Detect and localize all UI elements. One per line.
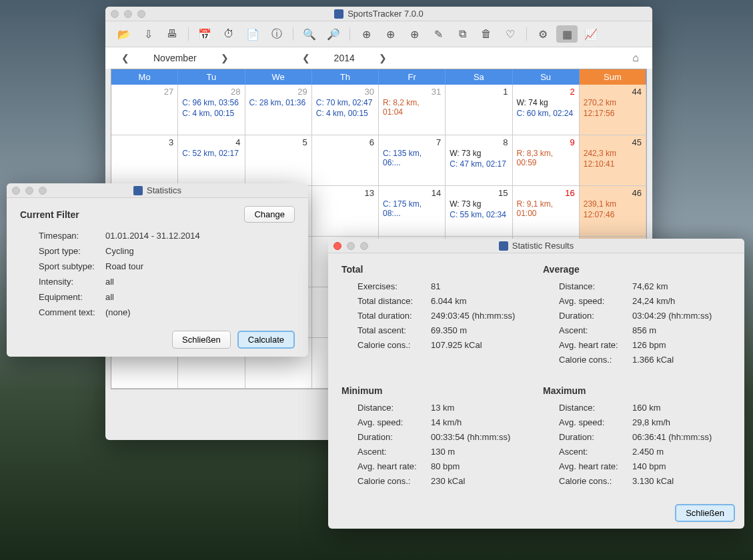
- section-title: Total: [341, 264, 530, 275]
- result-row: Ascent:2.450 m: [559, 447, 731, 457]
- stopwatch-icon[interactable]: ⏱: [218, 25, 239, 43]
- calendar-cell[interactable]: 31R: 8,2 km, 01:04: [379, 85, 446, 135]
- calendar-cell[interactable]: 28C: 96 km, 03:56C: 4 km, 00:15: [178, 85, 245, 135]
- window-controls[interactable]: [12, 187, 47, 195]
- info-icon[interactable]: ⓘ: [266, 25, 287, 43]
- calendar-cell[interactable]: 15W: 73 kgC: 55 km, 02:34: [446, 186, 512, 237]
- stats-titlebar[interactable]: Statistics: [7, 183, 308, 198]
- zoom-icon[interactable]: [137, 10, 145, 18]
- heart-icon[interactable]: ♡: [500, 25, 521, 43]
- calendar-cell[interactable]: 5: [245, 135, 312, 186]
- copy-icon[interactable]: ⧉: [452, 25, 473, 43]
- next-month-icon[interactable]: ❯: [221, 53, 229, 63]
- exercise-entry[interactable]: C: 52 km, 02:17: [182, 149, 240, 158]
- print-icon[interactable]: 🖶: [161, 25, 183, 43]
- save-icon[interactable]: ⇩: [137, 25, 159, 43]
- window-controls[interactable]: [333, 242, 368, 250]
- exercise-entry[interactable]: W: 73 kg: [450, 149, 508, 158]
- result-row: Exercises:81: [357, 281, 530, 291]
- result-value: 29,8 km/h: [632, 417, 670, 427]
- exercise-entry[interactable]: W: 74 kg: [517, 98, 575, 107]
- month-nav: ❮ November ❯: [121, 53, 229, 63]
- window-controls[interactable]: [111, 10, 145, 18]
- result-row: Calorie cons.:1.366 kCal: [559, 355, 731, 365]
- close-icon[interactable]: [12, 187, 20, 195]
- calendar-cell[interactable]: 9R: 8,3 km, 00:59: [513, 135, 580, 186]
- exercise-entry[interactable]: C: 47 km, 02:17: [450, 159, 508, 169]
- calendar-cell[interactable]: 8W: 73 kgC: 47 km, 02:17: [446, 135, 512, 186]
- exercise-entry[interactable]: C: 70 km, 02:47: [316, 98, 374, 107]
- filter-rows: Timespan:01.01.2014 - 31.12.2014Sport ty…: [20, 231, 295, 317]
- prev-year-icon[interactable]: ❮: [302, 53, 310, 63]
- separator: [526, 27, 527, 41]
- prev-month-icon[interactable]: ❮: [121, 53, 129, 63]
- exercise-entry[interactable]: C: 135 km, 06:...: [383, 149, 441, 167]
- calculate-button[interactable]: Calculate: [237, 331, 295, 349]
- result-label: Duration:: [559, 432, 632, 442]
- zoom-out-icon[interactable]: 🔎: [323, 25, 344, 43]
- exercise-entry[interactable]: C: 96 km, 03:56: [182, 98, 240, 107]
- calendar-cell[interactable]: 27: [111, 85, 178, 135]
- separator: [293, 27, 293, 41]
- zoom-icon[interactable]: [360, 242, 368, 250]
- delete-icon[interactable]: 🗑: [476, 25, 497, 43]
- section-title: Average: [543, 264, 731, 275]
- zoom-icon[interactable]: [39, 187, 47, 195]
- open-icon[interactable]: 📂: [113, 25, 135, 43]
- exercise-entry[interactable]: R: 8,3 km, 00:59: [517, 149, 575, 167]
- gear-icon[interactable]: ⚙: [532, 25, 554, 43]
- exercise-entry[interactable]: C: 175 km, 08:...: [383, 199, 441, 218]
- filter-value: all: [105, 277, 114, 287]
- exercise-entry[interactable]: W: 73 kg: [450, 199, 508, 209]
- add-exercise-icon[interactable]: ⊕: [355, 25, 377, 43]
- home-icon[interactable]: ⌂: [632, 52, 639, 64]
- exercise-entry[interactable]: C: 55 km, 02:34: [450, 210, 508, 219]
- minimize-icon[interactable]: [124, 10, 132, 18]
- results-titlebar[interactable]: Statistic Results: [328, 239, 744, 253]
- calendar-cell[interactable]: 13: [312, 186, 379, 237]
- change-button[interactable]: Change: [244, 206, 295, 223]
- date-label: 8: [450, 137, 508, 147]
- chart-view-icon[interactable]: 📈: [580, 25, 602, 43]
- calendar-icon[interactable]: 📅: [194, 25, 215, 43]
- week-number: 44: [584, 87, 642, 97]
- date-label: 15: [450, 188, 508, 198]
- result-label: Ascent:: [357, 447, 431, 457]
- minimize-icon[interactable]: [25, 187, 33, 195]
- exercise-entry[interactable]: R: 9,1 km, 01:00: [517, 199, 575, 218]
- zoom-in-icon[interactable]: 🔍: [299, 25, 320, 43]
- close-button[interactable]: Schließen: [172, 331, 231, 349]
- exercise-entry[interactable]: R: 8,2 km, 01:04: [383, 98, 441, 117]
- calendar-cell[interactable]: 1: [446, 85, 512, 135]
- minimize-icon[interactable]: [347, 242, 355, 250]
- close-icon[interactable]: [111, 10, 119, 18]
- calendar-view-icon[interactable]: ▦: [556, 25, 578, 43]
- close-icon[interactable]: [333, 242, 341, 250]
- calendar-cell[interactable]: 6: [312, 135, 379, 186]
- add-note-icon[interactable]: ⊕: [380, 25, 401, 43]
- next-year-icon[interactable]: ❯: [379, 53, 387, 63]
- exercise-entry[interactable]: C: 28 km, 01:36: [249, 98, 307, 107]
- main-titlebar[interactable]: SportsTracker 7.0.0: [105, 7, 652, 21]
- result-value: 249:03:45 (hh:mm:ss): [431, 311, 515, 321]
- sum-value: 270,2 km: [584, 98, 642, 107]
- calendar-cell[interactable]: 14C: 175 km, 08:...: [379, 186, 446, 237]
- calendar-cell[interactable]: 3: [111, 135, 178, 186]
- calendar-cell[interactable]: 29C: 28 km, 01:36: [245, 85, 312, 135]
- exercise-entry[interactable]: C: 4 km, 00:15: [182, 109, 240, 118]
- edit-icon[interactable]: ✎: [428, 25, 449, 43]
- calendar-cell[interactable]: 30C: 70 km, 02:47C: 4 km, 00:15: [312, 85, 379, 135]
- exercise-entry[interactable]: C: 60 km, 02:24: [517, 109, 575, 118]
- week-sum-cell: 46239,1 km12:07:46: [580, 186, 646, 237]
- app-icon: [334, 9, 343, 19]
- exercise-entry[interactable]: C: 4 km, 00:15: [316, 109, 374, 118]
- calendar-cell[interactable]: 4C: 52 km, 02:17: [178, 135, 245, 186]
- calendar-cell[interactable]: 16R: 9,1 km, 01:00: [513, 186, 580, 237]
- list-icon[interactable]: 📄: [242, 25, 263, 43]
- close-button[interactable]: Schließen: [675, 504, 735, 522]
- filter-label: Sport type:: [39, 246, 105, 256]
- calendar-cell[interactable]: 7C: 135 km, 06:...: [379, 135, 446, 186]
- add-weight-icon[interactable]: ⊕: [404, 25, 425, 43]
- sum-value: 242,3 km: [584, 149, 642, 158]
- calendar-cell[interactable]: 2W: 74 kgC: 60 km, 02:24: [513, 85, 580, 135]
